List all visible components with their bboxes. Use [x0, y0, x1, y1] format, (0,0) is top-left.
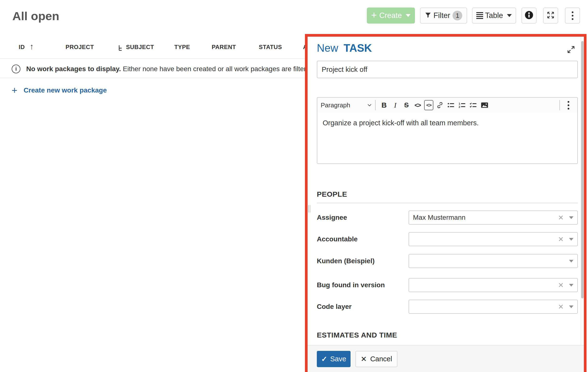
link-icon[interactable] — [434, 100, 445, 111]
assignee-value: Max Mustermann — [413, 214, 465, 222]
field-row-assignee: Assignee Max Mustermann ✕ — [308, 211, 584, 225]
strikethrough-icon[interactable]: S — [401, 100, 412, 111]
checkmark-icon: ✓ — [321, 355, 327, 363]
create-work-package-link[interactable]: + Create new work package — [12, 85, 107, 95]
funnel-icon — [425, 12, 431, 20]
kunden-label: Kunden (Beispiel) — [317, 254, 375, 268]
select-caret-icon — [569, 238, 573, 241]
italic-icon[interactable]: I — [390, 100, 401, 111]
column-header-subject[interactable]: SUBJECT — [126, 44, 154, 51]
save-button[interactable]: ✓ Save — [317, 351, 351, 367]
clear-icon[interactable]: ✕ — [555, 281, 567, 289]
empty-state-row: i No work packages to display.Either non… — [12, 64, 323, 73]
work-packages-page: All open + Create Filter 1 Table — [0, 0, 588, 372]
bulleted-list-icon[interactable] — [445, 100, 457, 111]
section-divider — [317, 203, 578, 203]
panel-scrollbar-thumb[interactable] — [581, 41, 584, 298]
plus-icon: + — [12, 85, 17, 95]
column-header-parent[interactable]: PARENT — [212, 44, 236, 51]
toolbar-separator — [375, 100, 376, 110]
code-layer-label: Code layer — [317, 300, 352, 314]
svg-text:1: 1 — [459, 102, 460, 105]
description-editor[interactable]: Organize a project kick-off with all tea… — [317, 113, 578, 164]
empty-state-title: No work packages to display. — [26, 65, 121, 73]
column-header-id[interactable]: ID — [19, 44, 25, 51]
chevron-down-icon — [367, 103, 372, 107]
accountable-select[interactable]: ✕ — [409, 232, 578, 246]
editor-more-icon[interactable] — [563, 100, 574, 111]
empty-state-detail: Either none have been created or all wor… — [123, 65, 323, 73]
clear-icon[interactable]: ✕ — [555, 303, 567, 311]
row-divider — [0, 78, 308, 78]
bug-version-select[interactable]: ✕ — [409, 278, 578, 292]
panel-title-prefix: New — [317, 42, 338, 54]
close-icon: ✕ — [361, 355, 367, 363]
info-circle-icon — [524, 10, 534, 21]
select-caret-icon — [569, 260, 573, 263]
page-title: All open — [12, 9, 59, 23]
create-work-package-label: Create new work package — [23, 86, 106, 94]
bold-icon[interactable]: B — [378, 100, 390, 111]
code-block-icon[interactable]: <> — [423, 100, 434, 111]
paragraph-style-label: Paragraph — [321, 102, 350, 109]
toolbar-separator — [559, 100, 560, 110]
info-button[interactable] — [522, 8, 536, 23]
new-task-panel: New TASK Paragraph B — [305, 34, 587, 372]
fullscreen-button[interactable] — [543, 8, 558, 23]
column-header-status[interactable]: STATUS — [259, 44, 282, 51]
save-button-label: Save — [330, 355, 346, 363]
table-rows-icon — [476, 12, 483, 19]
clear-icon[interactable]: ✕ — [555, 235, 567, 243]
column-header-project[interactable]: PROJECT — [65, 44, 94, 51]
filter-button-label: Filter — [434, 11, 450, 20]
panel-scrollbar-track[interactable] — [581, 37, 584, 345]
cancel-button[interactable]: ✕ Cancel — [356, 351, 398, 367]
clear-icon[interactable]: ✕ — [555, 214, 567, 222]
bug-version-label: Bug found in version — [317, 278, 385, 292]
field-row-kunden: Kunden (Beispiel) — [308, 254, 584, 268]
section-people: PEOPLE — [317, 190, 347, 198]
filter-button[interactable]: Filter 1 — [420, 8, 467, 23]
svg-text:2: 2 — [459, 105, 460, 108]
view-mode-button[interactable]: Table — [472, 8, 516, 23]
panel-title-type[interactable]: TASK — [344, 42, 372, 54]
field-row-bug-version: Bug found in version ✕ — [308, 278, 584, 292]
panel-footer: ✓ Save ✕ Cancel — [308, 345, 584, 372]
description-text: Organize a project kick-off with all tea… — [323, 119, 479, 127]
empty-state-text: No work packages to display.Either none … — [26, 65, 323, 73]
cancel-button-label: Cancel — [370, 355, 392, 363]
filter-count-badge: 1 — [452, 11, 462, 21]
assignee-select[interactable]: Max Mustermann ✕ — [409, 211, 578, 225]
subject-input[interactable] — [317, 61, 578, 78]
field-row-accountable: Accountable ✕ — [308, 232, 584, 246]
chevron-down-icon — [507, 14, 512, 17]
insert-image-icon[interactable] — [479, 100, 490, 111]
more-options-button[interactable] — [565, 8, 580, 23]
editor-toolbar: Paragraph B I S <> <> — [317, 97, 578, 113]
todo-list-icon[interactable] — [468, 100, 479, 111]
sort-ascending-icon[interactable]: ↑ — [30, 42, 34, 51]
inline-code-icon[interactable]: <> — [412, 100, 423, 111]
kunden-select[interactable] — [409, 254, 578, 268]
fullscreen-icon — [546, 11, 555, 21]
column-header-type[interactable]: TYPE — [174, 44, 190, 51]
select-caret-icon — [569, 284, 573, 287]
paragraph-style-select[interactable]: Paragraph — [321, 102, 372, 109]
assignee-label: Assignee — [317, 211, 347, 225]
expand-panel-icon[interactable] — [567, 45, 576, 55]
plus-icon: + — [371, 10, 377, 20]
field-row-code-layer: Code layer ✕ — [308, 300, 584, 314]
select-caret-icon — [569, 306, 573, 308]
create-button[interactable]: + Create — [367, 8, 415, 23]
select-caret-icon — [569, 216, 573, 219]
info-outline-icon: i — [12, 64, 21, 73]
create-button-label: Create — [379, 11, 402, 20]
accountable-label: Accountable — [317, 232, 357, 246]
hierarchy-icon[interactable] — [118, 45, 123, 52]
numbered-list-icon[interactable]: 1 2 — [457, 100, 468, 111]
view-mode-label: Table — [485, 11, 503, 20]
code-layer-select[interactable]: ✕ — [409, 300, 578, 314]
header-divider — [0, 58, 308, 59]
chevron-down-icon — [406, 14, 410, 17]
panel-title: New TASK — [317, 42, 372, 54]
